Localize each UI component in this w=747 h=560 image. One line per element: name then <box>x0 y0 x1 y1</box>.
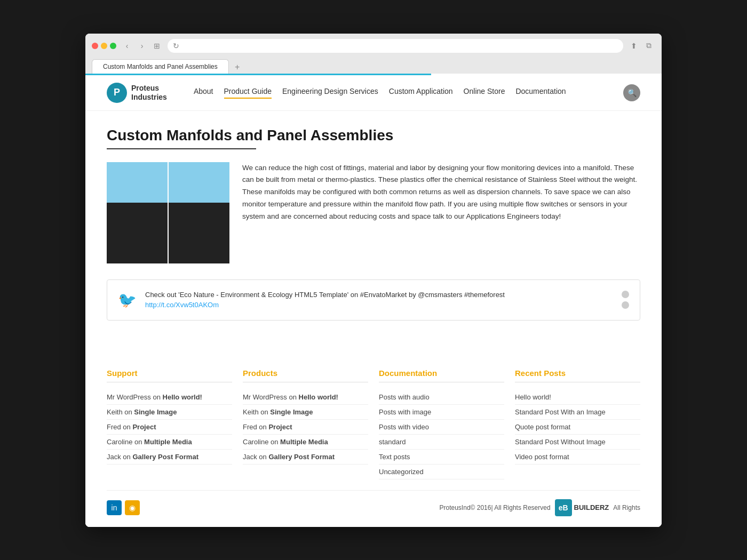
minimize-button[interactable] <box>101 43 107 49</box>
logo-text: Proteus Industries <box>131 84 167 102</box>
forward-button[interactable]: › <box>136 39 148 52</box>
browser-actions: ⬆ ⧉ <box>627 39 655 52</box>
logo[interactable]: P Proteus Industries <box>107 83 167 103</box>
products-divider <box>243 382 368 382</box>
product-image-right <box>169 162 229 263</box>
support-link-4[interactable]: Jack on Gallery Post Format <box>107 450 232 465</box>
bookmark-button[interactable]: ⧉ <box>642 39 655 52</box>
new-tab-button[interactable]: + <box>231 61 244 74</box>
recent-link-2[interactable]: Quote post format <box>515 420 640 435</box>
product-link-3[interactable]: Caroline on Multiple Media <box>243 435 368 450</box>
tweet-prev-button[interactable] <box>622 291 629 298</box>
support-link-1[interactable]: Keith on Single Image <box>107 405 232 420</box>
browser-window: ‹ › ⊞ ↻ ⬆ ⧉ Custom Manfolds and Panel As… <box>85 34 662 527</box>
recent-link-3[interactable]: Standard Post Without Image <box>515 435 640 450</box>
rss-icon: ◉ <box>129 503 136 512</box>
footer-recent-posts: Recent Posts Hello world! Standard Post … <box>515 369 640 479</box>
recent-link-4[interactable]: Video post format <box>515 450 640 465</box>
support-link-0[interactable]: Mr WordPress on Hello world! <box>107 390 232 405</box>
support-title: Support <box>107 369 232 378</box>
tweet-text: Check out 'Eco Nature - Environment & Ec… <box>145 290 613 310</box>
doc-link-3[interactable]: standard <box>379 435 504 450</box>
social-icons: in ◉ <box>107 500 140 515</box>
twitter-icon: 🐦 <box>118 291 137 309</box>
products-title: Products <box>243 369 368 378</box>
ebuilderz-name: BUILDERZ <box>574 503 609 511</box>
reload-icon: ↻ <box>173 42 179 50</box>
copyright-text: ProteusInd© 2016| All Rights Reserved <box>440 504 551 511</box>
doc-link-2[interactable]: Posts with video <box>379 420 504 435</box>
active-tab[interactable]: Custom Manfolds and Panel Assemblies <box>92 59 229 74</box>
site-navigation: P Proteus Industries About Product Guide… <box>85 75 662 111</box>
linkedin-icon: in <box>112 503 117 512</box>
page-title: Custom Manfolds and Panel Assemblies <box>107 127 640 144</box>
twitter-controls <box>622 291 629 309</box>
doc-divider <box>379 382 504 382</box>
ebuilderz-logo: eB BUILDERZ <box>555 499 609 516</box>
documentation-title: Documentation <box>379 369 504 378</box>
copyright-area: ProteusInd© 2016| All Rights Reserved eB… <box>440 499 640 516</box>
recent-posts-title: Recent Posts <box>515 369 640 378</box>
nav-engineering[interactable]: Engineering Design Services <box>282 87 378 99</box>
close-button[interactable] <box>92 43 98 49</box>
tweet-next-button[interactable] <box>622 301 629 309</box>
twitter-widget: 🐦 Check out 'Eco Nature - Environment & … <box>107 279 640 321</box>
logo-icon: P <box>107 83 127 103</box>
nav-about[interactable]: About <box>194 87 213 99</box>
product-link-1[interactable]: Keith on Single Image <box>243 405 368 420</box>
traffic-lights <box>92 43 116 49</box>
doc-link-4[interactable]: Text posts <box>379 450 504 465</box>
nav-links: About Product Guide Engineering Design S… <box>194 87 607 99</box>
browser-chrome: ‹ › ⊞ ↻ ⬆ ⧉ Custom Manfolds and Panel As… <box>85 34 662 74</box>
support-divider <box>107 382 232 382</box>
recent-link-0[interactable]: Hello world! <box>515 390 640 405</box>
footer-support: Support Mr WordPress on Hello world! Kei… <box>107 369 232 479</box>
share-button[interactable]: ⬆ <box>627 39 640 52</box>
main-content: Custom Manfolds and Panel Assemblies <box>85 111 662 353</box>
support-link-3[interactable]: Caroline on Multiple Media <box>107 435 232 450</box>
footer: Support Mr WordPress on Hello world! Kei… <box>85 353 662 527</box>
search-icon: 🔍 <box>627 89 637 97</box>
tab-grid-button[interactable]: ⊞ <box>150 39 163 52</box>
doc-link-0[interactable]: Posts with audio <box>379 390 504 405</box>
nav-online-store[interactable]: Online Store <box>464 87 505 99</box>
footer-documentation: Documentation Posts with audio Posts wit… <box>379 369 504 479</box>
maximize-button[interactable] <box>110 43 116 49</box>
ebuilderz-icon: eB <box>555 499 572 516</box>
product-link-0[interactable]: Mr WordPress on Hello world! <box>243 390 368 405</box>
page-content: P Proteus Industries About Product Guide… <box>85 74 662 527</box>
doc-link-5[interactable]: Uncategorized <box>379 465 504 479</box>
content-area: We can reduce the high cost of fittings,… <box>107 162 640 263</box>
browser-nav: ‹ › ⊞ <box>121 39 163 52</box>
footer-columns: Support Mr WordPress on Hello world! Kei… <box>107 369 640 479</box>
footer-bottom: in ◉ ProteusInd© 2016| All Rights Reserv… <box>107 490 640 516</box>
product-link-2[interactable]: Fred on Project <box>243 420 368 435</box>
rss-button[interactable]: ◉ <box>125 500 140 515</box>
nav-custom-app[interactable]: Custom Application <box>389 87 453 99</box>
tweet-link[interactable]: http://t.co/Xvw5t0AKOm <box>145 301 219 309</box>
product-image-left <box>107 162 168 263</box>
tab-bar: Custom Manfolds and Panel Assemblies + <box>92 59 655 74</box>
recent-link-1[interactable]: Standard Post With an Image <box>515 405 640 420</box>
address-bar[interactable]: ↻ <box>168 39 623 53</box>
all-rights-text: All Rights <box>613 504 640 511</box>
back-button[interactable]: ‹ <box>121 39 133 52</box>
support-link-2[interactable]: Fred on Project <box>107 420 232 435</box>
product-images <box>107 162 229 263</box>
recent-divider <box>515 382 640 382</box>
linkedin-button[interactable]: in <box>107 500 122 515</box>
product-link-4[interactable]: Jack on Gallery Post Format <box>243 450 368 465</box>
browser-topbar: ‹ › ⊞ ↻ ⬆ ⧉ <box>92 39 655 53</box>
title-underline <box>107 148 256 149</box>
nav-product-guide[interactable]: Product Guide <box>224 87 272 99</box>
product-description: We can reduce the high cost of fittings,… <box>242 162 640 263</box>
doc-link-1[interactable]: Posts with image <box>379 405 504 420</box>
search-button[interactable]: 🔍 <box>623 84 640 101</box>
footer-products: Products Mr WordPress on Hello world! Ke… <box>243 369 368 479</box>
nav-documentation[interactable]: Documentation <box>515 87 566 99</box>
